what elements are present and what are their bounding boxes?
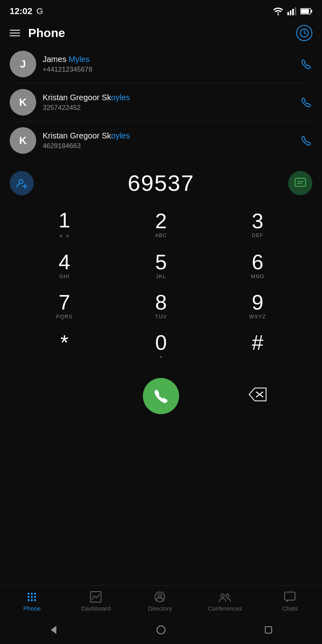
letters-jkl: JKL [156,273,166,281]
dashboard-nav-icon [89,590,102,603]
call-item: K Kristan Gregoor Skoyles 4629184663 [6,123,316,158]
call-info: James Myles +441212345678 [43,55,294,74]
svg-rect-13 [295,178,305,186]
key-7[interactable]: 7 PQRS [16,286,113,326]
svg-marker-33 [51,626,56,634]
nav-label-dashboard: Dashboard [81,605,111,612]
digit-hash: # [252,332,264,353]
letters-plus: + [159,354,163,361]
svg-point-22 [31,596,33,598]
avatar: K [10,89,36,116]
call-phone-button[interactable] [300,96,312,108]
caller-number: 4629184663 [43,142,294,150]
digit-7: 7 [59,292,70,313]
nav-item-directory[interactable]: Directory [144,590,176,612]
svg-point-19 [31,593,33,595]
key-4[interactable]: 4 GHI [16,246,113,286]
recents-button[interactable] [263,625,274,635]
digit-1: 1 [59,210,70,231]
letters-def: DEF [252,232,264,239]
status-right [273,7,312,15]
digit-5: 5 [155,252,167,272]
message-button[interactable] [288,171,312,195]
letters-star [64,354,66,361]
svg-point-34 [157,626,165,634]
letters-ghi: GHI [59,273,70,281]
nav-item-dashboard[interactable]: Dashboard [80,590,112,612]
letters-tuv: TUV [155,314,167,321]
svg-point-21 [28,596,30,598]
key-8[interactable]: 8 TUV [113,286,209,326]
svg-point-9 [19,180,23,184]
svg-point-0 [277,14,279,15]
key-3[interactable]: 3 DEF [209,204,306,246]
key-1[interactable]: 1 ⚬⚬ [16,204,113,246]
svg-point-30 [221,594,224,597]
call-phone-button[interactable] [300,58,312,70]
digit-9: 9 [252,292,264,313]
recent-calls-list: J James Myles +441212345678 K Kristan Gr… [0,47,322,158]
page-title: Phone [28,26,65,40]
letters-mno: MNO [251,273,264,281]
key-star[interactable]: * [16,326,113,367]
nav-item-phone[interactable]: Phone [16,590,48,612]
home-button[interactable] [156,625,166,635]
android-nav-bar [0,616,322,644]
key-hash[interactable]: # [209,326,306,367]
chats-nav-icon [283,590,296,603]
digit-2: 2 [155,211,167,231]
svg-point-25 [31,599,33,601]
caller-name: James Myles [43,55,294,64]
key-2[interactable]: 2 ABC [113,204,209,246]
svg-rect-3 [292,9,294,15]
menu-button[interactable] [10,30,20,36]
dialpad: 1 ⚬⚬ 2 ABC 3 DEF 4 GHI 5 JKL 6 MNO 7 PQR… [0,200,322,371]
digit-8: 8 [155,292,167,313]
letters-wxyz: WXYZ [249,314,266,321]
key-9[interactable]: 9 WXYZ [209,286,306,326]
svg-point-26 [34,599,36,601]
call-info: Kristan Gregoor Skoyles 4629184663 [43,131,294,150]
battery-icon [300,8,312,14]
call-button[interactable] [143,378,179,414]
nav-label-phone: Phone [23,605,41,612]
call-item: K Kristan Gregoor Skoyles 3257422452 [6,85,316,120]
caller-name-highlight: oyles [111,131,130,140]
nav-label-conferences: Conferences [208,605,242,612]
wifi-icon [273,7,283,15]
digit-6: 6 [252,252,264,272]
svg-point-20 [34,593,36,595]
nav-label-directory: Directory [148,605,172,612]
svg-point-24 [28,599,30,601]
call-item: J James Myles +441212345678 [6,47,316,81]
svg-point-18 [28,593,30,595]
header: Phone [0,21,322,47]
letters-pqrs: PQRS [56,314,73,321]
svg-rect-7 [301,9,309,14]
svg-rect-32 [285,592,295,600]
call-phone-button[interactable] [300,134,312,147]
directory-nav-icon [153,590,166,603]
status-bar: 12:02 G [0,0,322,21]
digit-4: 4 [59,252,70,272]
key-6[interactable]: 6 MNO [209,246,306,286]
key-5[interactable]: 5 JKL [113,246,209,286]
action-row [0,371,322,418]
add-contact-button[interactable] [10,171,34,195]
svg-point-31 [226,594,229,597]
back-button[interactable] [48,625,59,635]
brand-icon: G [36,6,43,17]
letters-hash [257,354,259,361]
caller-name: Kristan Gregoor Skoyles [43,93,294,102]
backspace-button[interactable] [246,382,270,407]
svg-rect-2 [290,10,291,15]
nav-item-chats[interactable]: Chats [274,590,306,612]
dialed-number: 69537 [128,170,194,196]
call-info: Kristan Gregoor Skoyles 3257422452 [43,93,294,112]
key-0[interactable]: 0 + [113,326,209,367]
conferences-nav-icon [219,590,231,603]
history-button[interactable] [296,25,312,41]
nav-item-conferences[interactable]: Conferences [208,590,242,612]
nav-label-chats: Chats [282,605,298,612]
svg-point-23 [34,596,36,598]
